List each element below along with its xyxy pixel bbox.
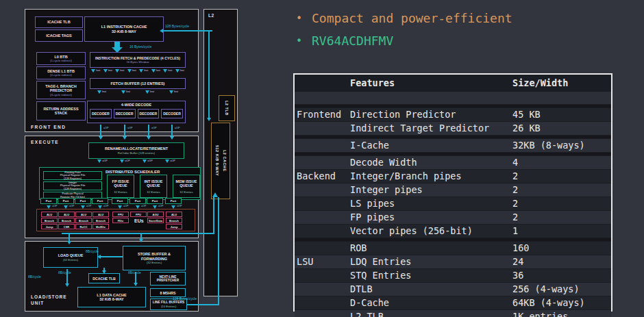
arrow-label: Inst <box>180 69 184 73</box>
feature-cell: ROB <box>348 241 510 255</box>
down-arrow-icon <box>120 160 124 163</box>
group-cell <box>295 183 348 196</box>
port-box: Port <box>40 198 57 204</box>
down-arrow-icon <box>165 160 169 163</box>
table-row: Indirect Target Predictor26 KB <box>295 121 611 135</box>
size-cell: 2 <box>510 210 611 224</box>
arrow-label: Inst <box>168 69 172 73</box>
scheduler-box: DISTRIBUTED SCHEDULER Floating-PointPhys… <box>39 167 201 200</box>
feature-cell: Integer/Branch pipes <box>348 169 510 183</box>
port-box: Port <box>75 198 91 204</box>
icache-tlb-box: ICACHE TLB <box>35 16 83 28</box>
group-cell <box>295 309 348 317</box>
fetch-arrow-stem <box>114 42 120 47</box>
down-arrow-icon <box>121 90 125 94</box>
l1-dcache-line2: 32 KiB 8-WAY <box>99 297 124 302</box>
l2-cache-line1: L2 CACHE <box>223 150 227 172</box>
group-cell <box>295 91 348 104</box>
btb-subtitle: (3-cycle redirect) <box>50 93 72 97</box>
arrow-item: Inst <box>126 69 138 77</box>
store-buffer-box: STORE BUFFER & FORWARDING (32 Entries) <box>123 246 186 270</box>
eu-stack: ALUBranchRoCC <box>75 212 92 230</box>
group-cell <box>295 155 348 169</box>
table-row: STQ Entries36 <box>295 268 611 282</box>
branch-predictor-column: L0 BTB(1-cycle redirect)DENSE L1 BTB(2-c… <box>36 52 86 122</box>
arrow-label: uOP <box>102 160 108 163</box>
port-uop-label: uOP <box>158 205 164 208</box>
decode-title: 4-WIDE DECODE <box>121 103 151 107</box>
group-cell: Backend <box>295 169 348 183</box>
group-cell <box>295 224 348 238</box>
frontend-section-label: FRONT END <box>31 125 66 129</box>
predecode-subtitle: 16 Bytes Window <box>126 60 149 64</box>
port-uop-label: uOP <box>52 205 58 208</box>
fetch-bandwidth-label: 16 Bytes/cycle <box>129 45 151 49</box>
group-cell: LSU <box>295 255 348 268</box>
eu-box: Mul/Div <box>92 224 109 229</box>
feature-cell: I-Cache <box>348 138 510 152</box>
feature-cell: LDQ Entries <box>348 255 510 268</box>
arrow-item: Inst <box>162 69 174 77</box>
execution-units-box: EUs ALUBranchJumpALUBranchCSRALUBranchRo… <box>36 209 195 231</box>
port-box: Port <box>165 198 182 204</box>
eu-box: AGU <box>147 212 164 217</box>
table-row: BackendInteger/Branch pipes2 <box>295 169 611 183</box>
feature-table-body: FrontendDirection Predictor45 KBIndirect… <box>295 91 611 317</box>
table-row: Vector pipes (256-bit)1 <box>295 224 611 238</box>
down-arrow-icon <box>169 90 173 94</box>
port-uop-label: uOP <box>103 205 109 208</box>
icache-tags-label: ICACHE TAGS <box>46 34 71 38</box>
btb-box: TAGE-L BRANCH PREDICTOR(3-cycle redirect… <box>36 81 86 99</box>
table-row: Integer pipes2 <box>295 183 611 196</box>
features-column-header: Features <box>348 75 510 91</box>
size-cell: 64KB (4-ways) <box>510 296 611 309</box>
port-box: Port <box>92 198 108 204</box>
store-buffer-entries: (32 Entries) <box>147 261 162 264</box>
eu-stack: AGUStore/Data <box>147 212 164 224</box>
scheduler-title: DISTRIBUTED SCHEDULER <box>106 170 160 175</box>
arrow-item: Inst <box>90 69 102 77</box>
size-cell: 24 <box>510 255 611 268</box>
l2-cache-line2: 512 KiB 8-WAY <box>215 145 219 176</box>
store-to-l1d-arrowhead <box>134 283 138 286</box>
group-cell <box>295 196 348 210</box>
group-cell <box>295 282 348 296</box>
size-cell: 32KB (8-ways) <box>510 138 611 152</box>
line-fill-buffers-box: LINE FILL BUFFERS (10 Entries) <box>150 299 187 310</box>
decoder-box: DECODER <box>114 109 136 118</box>
eu-box: ALU <box>41 212 58 217</box>
eu-box: RoCC <box>75 224 92 229</box>
group-cell: Frontend <box>295 107 348 121</box>
eu-box: ALU <box>58 212 75 217</box>
issue-queue-title2: QUEUE <box>147 183 160 188</box>
lsu-section-label-1: LOAD/STORE <box>31 294 67 299</box>
loadq-to-tlb-arrowhead <box>102 270 106 274</box>
table-row <box>295 91 611 104</box>
size-cell: 2 <box>510 196 611 210</box>
next-line-prefetcher-box: NEXT-LINE PREFETCHER <box>150 272 186 286</box>
issue-queue-box: FP ISSUEQUEUE32 Entries <box>107 175 134 198</box>
inst-arrow-row-1: InstInstInstInstInstInstInstInst <box>90 69 186 77</box>
down-arrow-icon <box>151 69 156 73</box>
icache-tlb-label: ICACHE TLB <box>47 20 70 25</box>
down-arrow-icon <box>97 90 101 94</box>
size-cell: 2 <box>510 169 611 183</box>
l1-icache-box: L1 INSTRUCTION CACHE 32-KiB 8-WAY <box>84 16 164 42</box>
eu-stack: ALUBranchMul/Div <box>92 212 109 230</box>
frontend-panel: ICACHE TLB ICACHE TAGS L1 INSTRUCTION CA… <box>25 9 199 132</box>
arrow-label: Inst <box>120 69 124 73</box>
arrow-label: uOP <box>125 160 130 163</box>
fetch-buffer-label: FETCH BUFFER (12 ENTRIES) <box>111 81 165 86</box>
arrow-label: Inst <box>108 69 112 73</box>
bw-label-1: 8B/cycle <box>86 249 99 253</box>
table-row: I-Cache32KB (8-ways) <box>295 138 611 152</box>
issue-queue-box: INT ISSUEQUEUE32 Entries <box>140 175 167 198</box>
icache-tags-box: ICACHE TAGS <box>35 29 83 42</box>
load-queue-entries: (32 Entries) <box>63 258 78 262</box>
dcache-tlb-label: DCACHE TLB <box>92 277 116 281</box>
arrow-label: Inst <box>102 90 106 94</box>
l2-cache-label: L2 CACHE 512 KiB 8-WAY <box>213 145 228 176</box>
register-file-line: (128 Registers) <box>64 177 82 180</box>
bullet-list: •Compact and power-efficient•RV64ACDHFMV <box>296 7 512 52</box>
arrow-label: uOP <box>170 160 175 163</box>
